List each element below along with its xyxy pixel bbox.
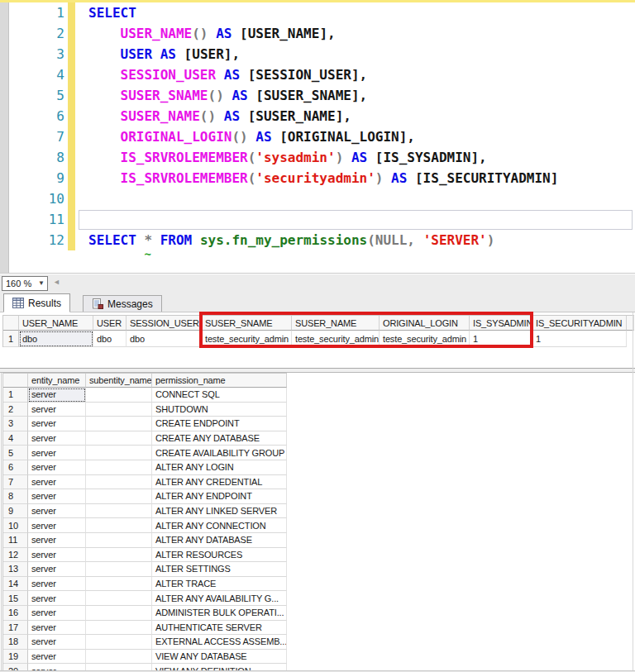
- grid-cell[interactable]: server: [28, 518, 86, 533]
- grid-cell[interactable]: [86, 504, 152, 519]
- grid-cell[interactable]: server: [28, 606, 86, 621]
- grid-cell[interactable]: teste_security_admin: [202, 331, 292, 347]
- row-header[interactable]: 16: [3, 606, 28, 621]
- grid-cell[interactable]: [86, 591, 152, 606]
- row-header[interactable]: 20: [3, 664, 28, 670]
- grid-cell[interactable]: server: [28, 417, 86, 431]
- grid-cell[interactable]: dbo: [93, 331, 127, 347]
- grid-cell[interactable]: server: [28, 591, 86, 606]
- row-header[interactable]: 10: [3, 518, 28, 533]
- grid-cell[interactable]: [86, 664, 152, 670]
- grid-cell[interactable]: CONNECT SQL: [152, 388, 287, 403]
- column-header[interactable]: USER: [93, 316, 127, 331]
- column-header[interactable]: ORIGINAL_LOGIN: [380, 316, 470, 331]
- grid-cell[interactable]: [86, 635, 152, 650]
- grid-cell[interactable]: ALTER ANY ENDPOINT: [152, 489, 287, 504]
- grid-cell[interactable]: [86, 431, 152, 446]
- grid-cell[interactable]: CREATE AVAILABILITY GROUP: [152, 446, 287, 460]
- grid-cell[interactable]: [86, 548, 152, 563]
- grid-cell[interactable]: server: [28, 475, 86, 490]
- grid-cell[interactable]: dbo: [127, 331, 202, 347]
- grid-corner-header[interactable]: [3, 316, 19, 331]
- grid-cell[interactable]: ADMINISTER BULK OPERATI...: [152, 606, 287, 621]
- grid-cell[interactable]: server: [28, 533, 86, 548]
- tab-results[interactable]: Results: [3, 293, 70, 312]
- column-header[interactable]: IS_SECURITYADMIN: [532, 316, 627, 331]
- row-header[interactable]: 7: [3, 475, 28, 490]
- grid-cell[interactable]: CREATE ANY DATABASE: [152, 431, 287, 446]
- column-header[interactable]: subentity_name: [86, 374, 152, 388]
- grid-cell[interactable]: SHUTDOWN: [152, 403, 287, 417]
- grid-cell[interactable]: CREATE ENDPOINT: [152, 417, 287, 431]
- grid-cell[interactable]: server: [28, 577, 86, 592]
- grid-cell[interactable]: [86, 650, 152, 665]
- grid-cell[interactable]: server: [28, 446, 86, 460]
- grid-cell[interactable]: AUTHENTICATE SERVER: [152, 621, 287, 636]
- row-header[interactable]: 15: [3, 591, 28, 606]
- grid-cell[interactable]: server: [28, 460, 86, 475]
- grid-cell[interactable]: [86, 388, 152, 403]
- row-header[interactable]: 4: [3, 431, 28, 446]
- grid-cell[interactable]: [86, 446, 152, 460]
- grid-cell[interactable]: [86, 562, 152, 577]
- grid-cell[interactable]: [86, 533, 152, 548]
- column-header[interactable]: entity_name: [28, 374, 86, 388]
- grid-cell[interactable]: server: [28, 504, 86, 519]
- row-header[interactable]: 13: [3, 562, 28, 577]
- grid-cell[interactable]: ALTER ANY CREDENTIAL: [152, 475, 287, 490]
- grid-cell[interactable]: 1: [532, 331, 627, 347]
- row-header[interactable]: 5: [3, 446, 28, 460]
- row-header[interactable]: 3: [3, 417, 28, 431]
- grid-cell[interactable]: server: [28, 403, 86, 417]
- grid-cell[interactable]: ALTER RESOURCES: [152, 548, 287, 563]
- grid-cell[interactable]: server: [28, 635, 86, 650]
- grid-cell[interactable]: teste_security_admin: [380, 331, 470, 347]
- column-header[interactable]: permission_name: [152, 374, 287, 388]
- grid-cell[interactable]: ALTER ANY CONNECTION: [152, 518, 287, 533]
- grid-cell[interactable]: dbo: [19, 331, 93, 347]
- column-header[interactable]: SUSER_NAME: [292, 316, 380, 331]
- grid-cell[interactable]: server: [28, 650, 86, 665]
- row-header[interactable]: 6: [3, 460, 28, 475]
- row-header[interactable]: 12: [3, 548, 28, 563]
- grid-cell[interactable]: server: [28, 621, 86, 636]
- grid-cell[interactable]: [86, 460, 152, 475]
- grid-cell[interactable]: [86, 577, 152, 592]
- grid-cell[interactable]: VIEW ANY DEFINITION: [152, 664, 287, 670]
- grid-cell[interactable]: ALTER ANY LINKED SERVER: [152, 504, 287, 519]
- scrollbar-left-arrow-icon[interactable]: ◄: [53, 279, 60, 286]
- column-header[interactable]: SUSER_SNAME: [202, 316, 292, 331]
- sql-editor[interactable]: 1SELECT2 USER_NAME() AS [USER_NAME],3 US…: [0, 0, 635, 273]
- grid-corner-header[interactable]: [3, 374, 28, 388]
- grid-cell[interactable]: teste_security_admin: [292, 331, 380, 347]
- row-header[interactable]: 1: [3, 331, 19, 347]
- grid-cell[interactable]: [86, 489, 152, 504]
- grid-cell[interactable]: server: [28, 388, 86, 403]
- row-header[interactable]: 19: [3, 650, 28, 665]
- grid-cell[interactable]: EXTERNAL ACCESS ASSEMB...: [152, 635, 287, 650]
- grid-cell[interactable]: server: [28, 548, 86, 563]
- grid-cell[interactable]: server: [28, 431, 86, 446]
- row-header[interactable]: 11: [3, 533, 28, 548]
- grid-cell[interactable]: [86, 518, 152, 533]
- column-header[interactable]: USER_NAME: [19, 316, 93, 331]
- grid-cell[interactable]: server: [28, 562, 86, 577]
- grid-cell[interactable]: VIEW ANY DATABASE: [152, 650, 287, 665]
- tab-messages[interactable]: Messages: [83, 295, 162, 312]
- grid-cell[interactable]: ALTER TRACE: [152, 577, 287, 592]
- column-header[interactable]: SESSION_USER: [127, 316, 202, 331]
- row-header[interactable]: 14: [3, 577, 28, 592]
- grid-cell[interactable]: ALTER ANY DATABASE: [152, 533, 287, 548]
- row-header[interactable]: 8: [3, 489, 28, 504]
- zoom-level-select[interactable]: 160 % ▼: [2, 276, 48, 291]
- grid-cell[interactable]: ALTER SETTINGS: [152, 562, 287, 577]
- row-header[interactable]: 17: [3, 621, 28, 636]
- grid-cell[interactable]: server: [28, 664, 86, 670]
- row-header[interactable]: 1: [3, 388, 28, 403]
- grid-cell[interactable]: [86, 475, 152, 490]
- row-header[interactable]: 9: [3, 504, 28, 519]
- grid-cell[interactable]: server: [28, 489, 86, 504]
- grid-cell[interactable]: [86, 606, 152, 621]
- grid-cell[interactable]: ALTER ANY LOGIN: [152, 460, 287, 475]
- grid-cell[interactable]: ALTER ANY AVAILABILITY G...: [152, 591, 287, 606]
